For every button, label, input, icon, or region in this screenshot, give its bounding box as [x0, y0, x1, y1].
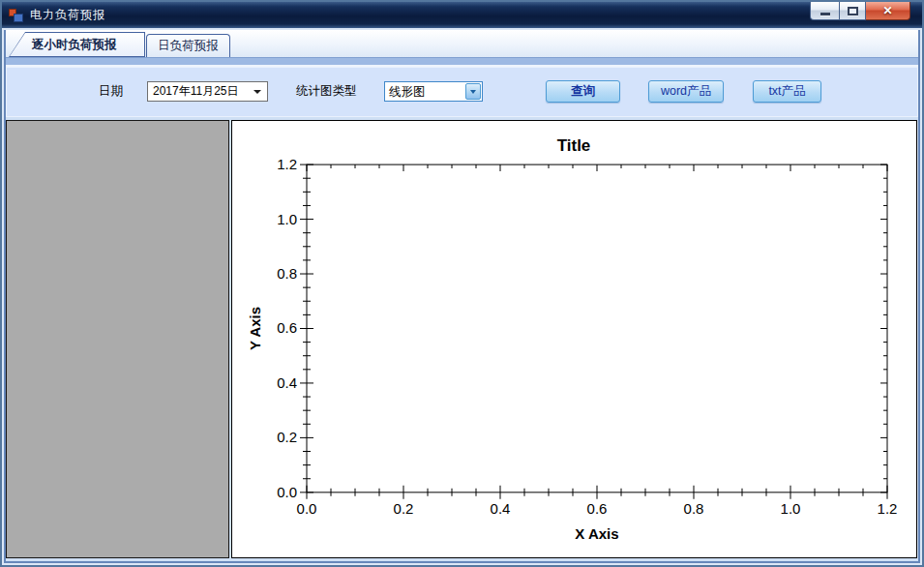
- minimize-button[interactable]: [810, 2, 839, 20]
- titlebar[interactable]: 电力负荷预报 ✕: [2, 2, 922, 28]
- svg-text:Title: Title: [557, 136, 591, 155]
- maximize-button[interactable]: [839, 2, 866, 20]
- main-area: 0.00.20.40.60.81.01.20.00.20.40.60.81.01…: [6, 117, 918, 561]
- app-window: 电力负荷预报 ✕ 逐小时负荷预报 日负荷预报: [0, 0, 924, 567]
- date-picker-dropdown-icon: [253, 90, 261, 94]
- word-export-button[interactable]: word产品: [648, 80, 724, 103]
- svg-text:0.6: 0.6: [587, 500, 608, 517]
- svg-text:0.2: 0.2: [394, 500, 414, 517]
- svg-text:0.4: 0.4: [491, 500, 511, 517]
- txt-export-button[interactable]: txt产品: [753, 80, 821, 103]
- svg-text:0.0: 0.0: [277, 484, 297, 500]
- svg-text:0.8: 0.8: [277, 265, 297, 282]
- window-frame: 逐小时负荷预报 日负荷预报 日期 2017年11月25日 统计图类型 线形图: [2, 28, 922, 565]
- tab-daily-forecast-label: 日负荷预报: [158, 38, 219, 54]
- date-picker[interactable]: 2017年11月25日: [147, 81, 268, 102]
- date-label: 日期: [99, 81, 123, 102]
- svg-text:Y Axis: Y Axis: [247, 307, 263, 350]
- chart-type-label: 统计图类型: [296, 81, 357, 102]
- chevron-down-icon: [470, 90, 476, 94]
- window-content: 逐小时负荷预报 日负荷预报 日期 2017年11月25日 统计图类型 线形图: [6, 30, 918, 561]
- svg-text:0.4: 0.4: [277, 374, 297, 391]
- app-icon[interactable]: [9, 8, 24, 23]
- svg-text:0.2: 0.2: [277, 429, 297, 445]
- close-button[interactable]: ✕: [866, 2, 910, 20]
- svg-text:X Axis: X Axis: [575, 525, 618, 542]
- empty-line-chart: 0.00.20.40.60.81.01.20.00.20.40.60.81.01…: [232, 121, 916, 557]
- svg-text:1.0: 1.0: [781, 500, 801, 517]
- chart-type-combobox[interactable]: 线形图: [384, 81, 483, 102]
- chart-panel: 0.00.20.40.60.81.01.20.00.20.40.60.81.01…: [231, 120, 917, 558]
- query-button[interactable]: 查询: [546, 80, 620, 103]
- window-title: 电力负荷预报: [30, 7, 105, 23]
- tab-daily-forecast[interactable]: 日负荷预报: [146, 34, 230, 57]
- svg-text:1.2: 1.2: [277, 156, 297, 172]
- svg-text:1.2: 1.2: [878, 500, 898, 517]
- tab-strip: 逐小时负荷预报 日负荷预报: [6, 30, 918, 57]
- tab-hourly-forecast[interactable]: 逐小时负荷预报: [9, 32, 145, 57]
- svg-text:0.8: 0.8: [684, 500, 704, 517]
- svg-text:0.0: 0.0: [297, 500, 317, 517]
- date-picker-value: 2017年11月25日: [148, 83, 253, 100]
- toolbar: 日期 2017年11月25日 统计图类型 线形图 查询 word产品 txt产品: [6, 67, 918, 117]
- chart-type-value: 线形图: [385, 82, 464, 101]
- window-controls: ✕: [810, 2, 910, 20]
- tab-hourly-forecast-label: 逐小时负荷预报: [9, 32, 145, 57]
- svg-text:0.6: 0.6: [277, 319, 297, 336]
- accent-strip: [6, 57, 918, 65]
- maximize-icon: [848, 7, 858, 15]
- minimize-icon: [820, 13, 830, 15]
- close-icon: ✕: [882, 4, 892, 17]
- left-empty-panel: [6, 120, 229, 558]
- app-icon-square-blue: [14, 14, 23, 22]
- svg-text:1.0: 1.0: [277, 211, 297, 227]
- chart-type-dropdown-button[interactable]: [465, 83, 481, 100]
